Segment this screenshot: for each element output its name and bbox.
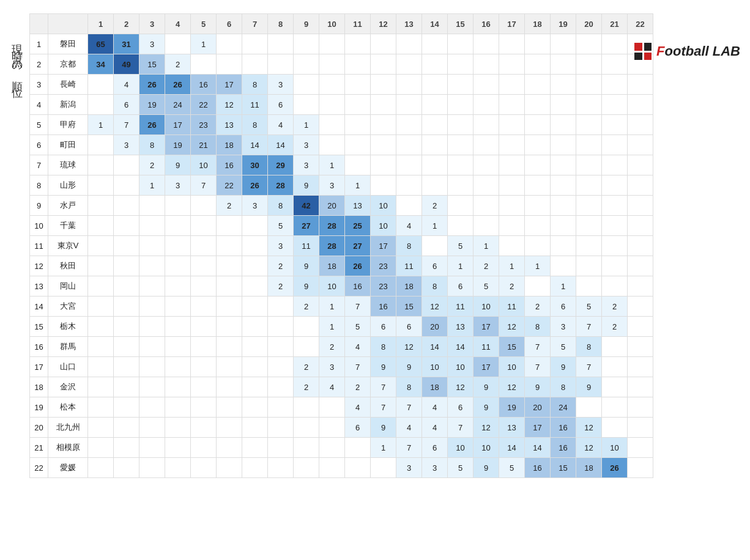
- data-cell-r7-c4: 9: [165, 155, 191, 175]
- data-cell-r22-c21: 26: [602, 458, 628, 478]
- data-cell-r1-c13: [396, 34, 422, 54]
- data-cell-r15-c1: [88, 317, 114, 337]
- data-cell-r10-c17: [499, 216, 525, 236]
- data-cell-r1-c6: [217, 34, 242, 54]
- data-cell-r14-c7: [242, 297, 268, 317]
- team-cell-18: 金沢: [48, 377, 88, 397]
- table-row: 22愛媛3359516151826: [30, 458, 653, 478]
- data-cell-r5-c20: [576, 115, 602, 135]
- rank-cell-7: 7: [30, 155, 48, 175]
- rank-cell-21: 21: [30, 438, 48, 458]
- data-cell-r17-c12: 9: [371, 357, 396, 377]
- data-cell-r4-c12: [371, 95, 396, 115]
- data-cell-r19-c9: [294, 397, 319, 418]
- data-cell-r19-c14: 4: [422, 397, 448, 418]
- table-row: 5甲府1726172313841: [30, 115, 653, 135]
- data-cell-r17-c5: [191, 357, 217, 377]
- team-cell-8: 山形: [48, 175, 88, 196]
- data-cell-r21-c6: [217, 438, 242, 458]
- data-cell-r19-c10: [319, 397, 345, 418]
- data-cell-r12-c8: 2: [268, 256, 294, 276]
- data-cell-r14-c16: 10: [473, 297, 499, 317]
- data-cell-r10-c22: [628, 216, 653, 236]
- data-cell-r17-c3: [139, 357, 165, 377]
- data-cell-r5-c13: [396, 115, 422, 135]
- data-cell-r16-c5: [191, 337, 217, 357]
- data-cell-r19-c16: 9: [473, 397, 499, 418]
- data-cell-r12-c11: 26: [345, 256, 371, 276]
- header-pos-3: 3: [139, 14, 165, 34]
- data-cell-r5-c22: [628, 115, 653, 135]
- data-cell-r20-c16: 12: [473, 418, 499, 438]
- data-cell-r22-c4: [165, 458, 191, 478]
- header-pos-21: 21: [602, 14, 628, 34]
- data-cell-r4-c18: [525, 95, 551, 115]
- data-cell-r21-c9: [294, 438, 319, 458]
- data-cell-r8-c16: [473, 175, 499, 196]
- data-cell-r5-c4: 17: [165, 115, 191, 135]
- data-cell-r20-c7: [242, 418, 268, 438]
- data-cell-r4-c21: [602, 95, 628, 115]
- data-cell-r10-c10: 28: [319, 216, 345, 236]
- data-cell-r2-c10: [319, 54, 345, 75]
- data-cell-r7-c18: [525, 155, 551, 175]
- data-cell-r16-c9: [294, 337, 319, 357]
- data-cell-r3-c13: [396, 75, 422, 95]
- data-cell-r15-c14: 20: [422, 317, 448, 337]
- data-cell-r9-c16: [473, 196, 499, 216]
- data-cell-r4-c7: 11: [242, 95, 268, 115]
- data-cell-r3-c1: [88, 75, 114, 95]
- data-cell-r17-c17: 10: [499, 357, 525, 377]
- data-cell-r21-c15: 10: [448, 438, 473, 458]
- data-cell-r5-c8: 4: [268, 115, 294, 135]
- data-cell-r11-c11: 27: [345, 236, 371, 256]
- data-cell-r12-c1: [88, 256, 114, 276]
- data-cell-r4-c3: 19: [139, 95, 165, 115]
- data-cell-r7-c22: [628, 155, 653, 175]
- data-cell-r14-c19: 6: [551, 297, 576, 317]
- data-cell-r19-c2: [114, 397, 139, 418]
- team-cell-6: 町田: [48, 135, 88, 155]
- table-row: 3長崎42626161783: [30, 75, 653, 95]
- data-cell-r13-c2: [114, 276, 139, 297]
- data-cell-r19-c7: [242, 397, 268, 418]
- data-cell-r2-c12: [371, 54, 396, 75]
- data-cell-r15-c17: 12: [499, 317, 525, 337]
- page-container: Football LAB 現時点の順位 12345678910111213141…: [0, 0, 750, 560]
- data-cell-r15-c7: [242, 317, 268, 337]
- data-cell-r22-c18: 16: [525, 458, 551, 478]
- data-cell-r11-c21: [602, 236, 628, 256]
- rank-cell-2: 2: [30, 54, 48, 75]
- data-cell-r16-c16: 11: [473, 337, 499, 357]
- table-row: 14大宮2171615121110112652: [30, 297, 653, 317]
- data-cell-r5-c14: [422, 115, 448, 135]
- table-row: 16群馬2481214141115758: [30, 337, 653, 357]
- data-cell-r15-c15: 13: [448, 317, 473, 337]
- data-cell-r11-c16: 1: [473, 236, 499, 256]
- data-cell-r12-c9: 9: [294, 256, 319, 276]
- data-cell-r21-c17: 14: [499, 438, 525, 458]
- data-cell-r13-c20: [576, 276, 602, 297]
- team-cell-1: 磐田: [48, 34, 88, 54]
- data-cell-r6-c14: [422, 135, 448, 155]
- data-cell-r7-c21: [602, 155, 628, 175]
- data-cell-r2-c13: [396, 54, 422, 75]
- rank-cell-10: 10: [30, 216, 48, 236]
- data-cell-r21-c12: 1: [371, 438, 396, 458]
- header-pos-5: 5: [191, 14, 217, 34]
- data-cell-r15-c5: [191, 317, 217, 337]
- data-cell-r12-c13: 11: [396, 256, 422, 276]
- data-cell-r9-c20: [576, 196, 602, 216]
- data-cell-r17-c8: [268, 357, 294, 377]
- rank-cell-8: 8: [30, 175, 48, 196]
- data-cell-r10-c1: [88, 216, 114, 236]
- data-cell-r16-c10: 2: [319, 337, 345, 357]
- data-cell-r4-c1: [88, 95, 114, 115]
- data-cell-r13-c4: [165, 276, 191, 297]
- header-pos-7: 7: [242, 14, 268, 34]
- data-cell-r13-c15: 6: [448, 276, 473, 297]
- data-cell-r4-c19: [551, 95, 576, 115]
- data-cell-r8-c1: [88, 175, 114, 196]
- data-cell-r7-c8: 29: [268, 155, 294, 175]
- data-cell-r11-c10: 28: [319, 236, 345, 256]
